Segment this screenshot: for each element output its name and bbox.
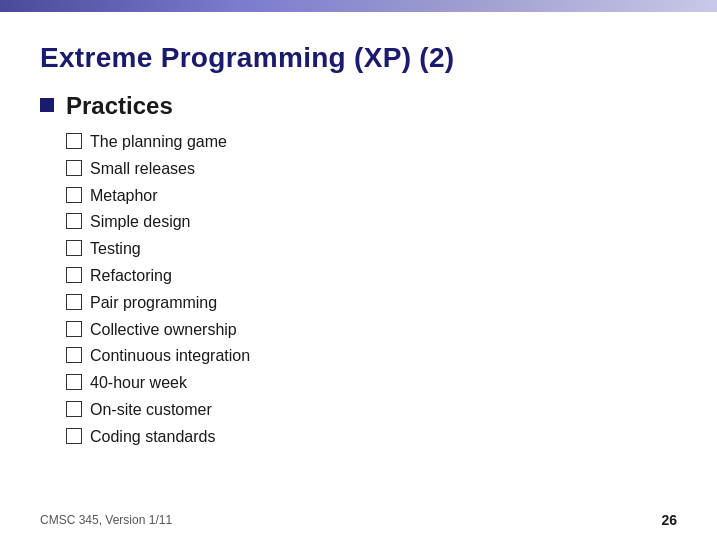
list-item: Pair programming (66, 291, 250, 316)
practice-text: Collective ownership (90, 318, 237, 343)
checkbox-icon (66, 267, 82, 283)
checkbox-icon (66, 428, 82, 444)
list-item: Collective ownership (66, 318, 250, 343)
slide-title: Extreme Programming (XP) (2) (40, 42, 677, 74)
list-item: Refactoring (66, 264, 250, 289)
practice-text: Testing (90, 237, 141, 262)
footer: CMSC 345, Version 1/11 26 (40, 512, 677, 528)
list-item: On-site customer (66, 398, 250, 423)
list-item: Testing (66, 237, 250, 262)
practices-list: The planning gameSmall releasesMetaphorS… (66, 130, 250, 450)
checkbox-icon (66, 374, 82, 390)
list-item: Small releases (66, 157, 250, 182)
practice-text: 40-hour week (90, 371, 187, 396)
practices-content: Practices The planning gameSmall release… (66, 92, 250, 450)
practice-text: Coding standards (90, 425, 215, 450)
footer-left: CMSC 345, Version 1/11 (40, 513, 172, 527)
practice-text: Metaphor (90, 184, 158, 209)
checkbox-icon (66, 213, 82, 229)
top-bar (0, 0, 717, 12)
list-item: Coding standards (66, 425, 250, 450)
list-item: 40-hour week (66, 371, 250, 396)
checkbox-icon (66, 160, 82, 176)
checkbox-icon (66, 187, 82, 203)
practice-text: The planning game (90, 130, 227, 155)
checkbox-icon (66, 133, 82, 149)
practices-section: Practices The planning gameSmall release… (40, 92, 677, 518)
bullet-icon (40, 98, 54, 112)
practice-text: Small releases (90, 157, 195, 182)
practices-label: Practices (66, 92, 250, 120)
practice-text: On-site customer (90, 398, 212, 423)
list-item: The planning game (66, 130, 250, 155)
practice-text: Refactoring (90, 264, 172, 289)
list-item: Simple design (66, 210, 250, 235)
slide-container: Extreme Programming (XP) (2) Practices T… (0, 12, 717, 538)
checkbox-icon (66, 401, 82, 417)
checkbox-icon (66, 321, 82, 337)
checkbox-icon (66, 240, 82, 256)
list-item: Continuous integration (66, 344, 250, 369)
practice-text: Continuous integration (90, 344, 250, 369)
list-item: Metaphor (66, 184, 250, 209)
checkbox-icon (66, 294, 82, 310)
practice-text: Simple design (90, 210, 191, 235)
footer-right: 26 (661, 512, 677, 528)
checkbox-icon (66, 347, 82, 363)
practice-text: Pair programming (90, 291, 217, 316)
